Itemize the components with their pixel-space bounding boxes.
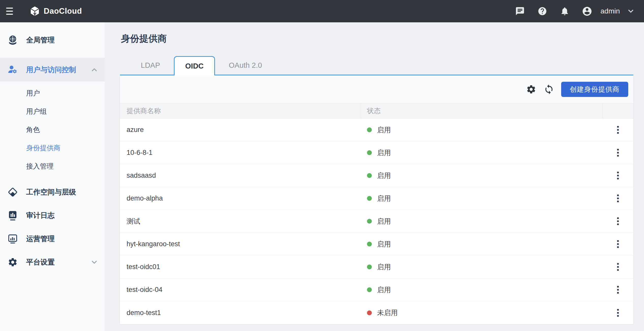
provider-status: 启用 bbox=[360, 119, 603, 141]
kebab-menu-button[interactable] bbox=[615, 215, 621, 228]
sidebar-item-label: 运营管理 bbox=[26, 234, 55, 244]
tab-oauth2[interactable]: OAuth 2.0 bbox=[218, 56, 273, 75]
sidebar-item-identity-providers[interactable]: 身份提供商 bbox=[0, 139, 105, 157]
table-row: demo-alpha 启用 bbox=[120, 187, 633, 210]
provider-name: test-oidc01 bbox=[120, 256, 360, 278]
provider-status: 启用 bbox=[360, 141, 603, 164]
notification-icon[interactable] bbox=[559, 6, 570, 16]
chevron-down-icon bbox=[91, 260, 97, 264]
provider-name: azure bbox=[120, 119, 360, 141]
provider-status: 启用 bbox=[360, 278, 603, 301]
sidebar-item-platform-settings[interactable]: 平台设置 bbox=[0, 251, 105, 274]
refresh-icon[interactable] bbox=[543, 84, 555, 95]
table-row: 测试 启用 bbox=[120, 210, 633, 233]
table-header: 提供商名称 状态 bbox=[120, 103, 633, 119]
kebab-menu-button[interactable] bbox=[615, 306, 621, 319]
status-dot bbox=[367, 242, 372, 246]
user-menu[interactable]: admin bbox=[582, 6, 634, 16]
provider-name: 10-6-8-1 bbox=[120, 141, 360, 164]
sidebar-submenu: 用户 用户组 角色 身份提供商 接入管理 bbox=[0, 81, 105, 177]
table-row: test-oidc-04 启用 bbox=[120, 278, 633, 301]
sidebar-item-roles[interactable]: 角色 bbox=[0, 121, 105, 139]
table-row: test-oidc01 启用 bbox=[120, 256, 633, 278]
kebab-menu-button[interactable] bbox=[615, 146, 621, 159]
status-dot bbox=[367, 287, 372, 292]
topbar: DaoCloud admin bbox=[0, 0, 644, 22]
provider-status: 启用 bbox=[360, 164, 603, 187]
provider-status: 未启用 bbox=[360, 301, 603, 324]
daocloud-cube-icon bbox=[29, 5, 41, 17]
workspace-icon bbox=[7, 187, 18, 198]
sidebar-item-label: 工作空间与层级 bbox=[26, 187, 76, 197]
tab-oidc[interactable]: OIDC bbox=[174, 56, 215, 75]
avatar-icon bbox=[582, 6, 592, 16]
status-label: 未启用 bbox=[377, 308, 398, 317]
sidebar-item-workspace-hierarchy[interactable]: 工作空间与层级 bbox=[0, 180, 105, 204]
provider-name: 测试 bbox=[120, 210, 360, 233]
kebab-menu-button[interactable] bbox=[615, 123, 621, 136]
settings-icon[interactable] bbox=[526, 84, 537, 95]
column-header-status: 状态 bbox=[360, 103, 603, 118]
status-label: 启用 bbox=[377, 148, 391, 157]
menu-toggle-icon[interactable] bbox=[6, 6, 17, 17]
status-dot bbox=[367, 173, 372, 178]
table-toolbar: 创建身份提供商 bbox=[120, 75, 633, 103]
status-label: 启用 bbox=[377, 194, 391, 203]
provider-name: demo-alpha bbox=[120, 187, 360, 210]
provider-name: sadsaasd bbox=[120, 164, 360, 187]
chevron-up-icon bbox=[91, 68, 97, 72]
table-row: sadsaasd 启用 bbox=[120, 164, 633, 187]
table-row: demo-test1 未启用 bbox=[120, 301, 633, 324]
table-row: azure 启用 bbox=[120, 119, 633, 141]
provider-name: hyt-kangaroo-test bbox=[120, 233, 360, 255]
operations-icon bbox=[7, 233, 18, 244]
sidebar-item-user-groups[interactable]: 用户组 bbox=[0, 102, 105, 121]
status-label: 启用 bbox=[377, 285, 391, 294]
globe-icon bbox=[7, 35, 18, 46]
sidebar-item-users-access-control[interactable]: 用户与访问控制 bbox=[0, 58, 105, 81]
providers-panel: 创建身份提供商 提供商名称 状态 azure 启用 10-6-8-1 启 bbox=[120, 75, 633, 324]
kebab-menu-button[interactable] bbox=[615, 169, 621, 182]
table-row: hyt-kangaroo-test 启用 bbox=[120, 233, 633, 256]
chevron-down-icon bbox=[628, 9, 634, 13]
kebab-menu-button[interactable] bbox=[615, 283, 621, 296]
sidebar: 全局管理 用户与访问控制 用户 用户组 角色 身份提供商 bbox=[0, 22, 105, 331]
provider-status: 启用 bbox=[360, 233, 603, 255]
kebab-menu-button[interactable] bbox=[615, 260, 621, 273]
status-dot bbox=[367, 150, 372, 155]
status-label: 启用 bbox=[377, 171, 391, 180]
sidebar-item-access-management[interactable]: 接入管理 bbox=[0, 157, 105, 175]
status-dot bbox=[367, 196, 372, 201]
gear-icon bbox=[7, 257, 18, 268]
sidebar-item-global-management[interactable]: 全局管理 bbox=[0, 28, 105, 52]
column-header-actions bbox=[603, 103, 633, 118]
provider-name: test-oidc-04 bbox=[120, 278, 360, 301]
provider-status: 启用 bbox=[360, 256, 603, 278]
page-title: 身份提供商 bbox=[121, 32, 633, 45]
help-icon[interactable] bbox=[537, 6, 548, 16]
sidebar-item-audit-logs[interactable]: 审计日志 bbox=[0, 204, 105, 227]
tab-bar: LDAP OIDC OAuth 2.0 bbox=[120, 56, 633, 75]
status-label: 启用 bbox=[377, 262, 391, 272]
table-row: 10-6-8-1 启用 bbox=[120, 141, 633, 164]
status-dot bbox=[367, 219, 372, 224]
status-label: 启用 bbox=[377, 240, 391, 249]
status-dot bbox=[367, 127, 372, 132]
username-label: admin bbox=[601, 7, 620, 15]
kebab-menu-button[interactable] bbox=[615, 238, 621, 251]
kebab-menu-button[interactable] bbox=[615, 192, 621, 205]
provider-status: 启用 bbox=[360, 210, 603, 233]
message-icon[interactable] bbox=[515, 6, 525, 16]
tab-ldap[interactable]: LDAP bbox=[130, 56, 171, 75]
status-label: 启用 bbox=[377, 125, 391, 135]
sidebar-item-label: 用户与访问控制 bbox=[26, 65, 76, 75]
brand-logo[interactable]: DaoCloud bbox=[29, 5, 82, 17]
sidebar-item-operations-management[interactable]: 运营管理 bbox=[0, 227, 105, 251]
sidebar-item-label: 审计日志 bbox=[26, 211, 55, 220]
topbar-actions: admin bbox=[515, 6, 634, 16]
audit-log-icon bbox=[7, 210, 18, 221]
sidebar-item-users[interactable]: 用户 bbox=[0, 84, 105, 102]
create-provider-button[interactable]: 创建身份提供商 bbox=[561, 82, 628, 97]
column-header-provider-name: 提供商名称 bbox=[120, 103, 360, 118]
sidebar-item-label: 平台设置 bbox=[26, 257, 55, 267]
